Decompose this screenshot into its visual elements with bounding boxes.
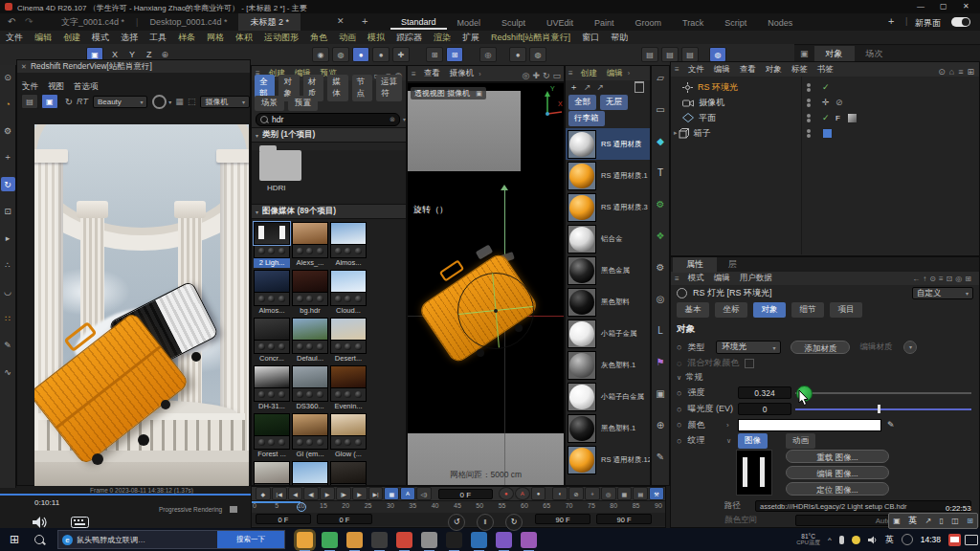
axis-icon[interactable]: ✚ bbox=[392, 47, 410, 62]
locate-image-button[interactable]: 定位 图像... bbox=[786, 482, 889, 496]
timeline-sound-icon[interactable]: ◁) bbox=[416, 487, 432, 500]
ime-mic-icon[interactable]: ▯ bbox=[939, 517, 943, 525]
viewport[interactable]: 透视视图 摄像机 ▣ Y X 旋转（） 网格间距：5000 cm bbox=[407, 82, 565, 486]
layout-pen-icon[interactable]: ▱ bbox=[653, 70, 668, 85]
transport-button-6[interactable]: ▶ bbox=[352, 487, 368, 500]
texture-thumbnail[interactable] bbox=[736, 450, 772, 496]
attr-tab-1[interactable]: 坐标 bbox=[715, 302, 747, 318]
attr-tab-3[interactable]: 细节 bbox=[791, 302, 824, 318]
undo-icon[interactable]: ↶ bbox=[8, 16, 15, 27]
range-field-2[interactable]: 90 F bbox=[535, 514, 590, 524]
rt-label[interactable]: RT bbox=[77, 97, 88, 106]
document-tab-0[interactable]: 文字_0001.c4d * bbox=[50, 13, 136, 31]
taskbar-app-2[interactable] bbox=[346, 532, 363, 548]
render-view-icon[interactable]: ▤ bbox=[641, 47, 658, 62]
media-thumb[interactable]: Concr... bbox=[254, 318, 290, 364]
collapse-icon[interactable]: ▾ bbox=[256, 132, 258, 139]
material-filter-0[interactable]: 全部 bbox=[568, 95, 596, 110]
taskbar-app-9[interactable] bbox=[521, 532, 537, 548]
tray-mic-icon[interactable] bbox=[839, 536, 844, 544]
tab-attributes[interactable]: 属性 bbox=[673, 256, 717, 273]
material-item[interactable]: 黑色塑料 bbox=[566, 286, 650, 318]
panel-menu-icon[interactable]: ≡ bbox=[568, 69, 573, 77]
timeline-extra-5[interactable]: ▤ bbox=[633, 487, 648, 500]
rewind-overlay-button[interactable]: ↺ bbox=[448, 514, 465, 531]
taskbar-app-8[interactable] bbox=[496, 532, 512, 548]
menu-more-icon[interactable]: › bbox=[479, 71, 480, 77]
transport-button-4[interactable]: ▶ bbox=[320, 487, 335, 500]
media-thumb[interactable]: HDR0... bbox=[292, 461, 328, 486]
material-item[interactable]: 小箱子白金属 bbox=[566, 381, 650, 412]
texture-collapse-icon[interactable]: ∨ bbox=[726, 437, 731, 445]
intensity-field[interactable]: 0.324 bbox=[738, 386, 791, 399]
range-field-0[interactable]: 0 F bbox=[256, 514, 311, 524]
transport-button-5[interactable]: |▶ bbox=[336, 487, 351, 500]
brush-icon[interactable]: ✎ bbox=[1, 338, 15, 352]
media-thumb[interactable]: Defaul... bbox=[292, 318, 328, 364]
grid-b-icon[interactable]: ⊞ bbox=[446, 47, 463, 62]
menu-item-2[interactable]: 创建 bbox=[57, 32, 86, 44]
hdri-folder-icon[interactable] bbox=[259, 150, 301, 181]
attr-tab-4[interactable]: 项目 bbox=[830, 302, 862, 318]
texture-image-button[interactable]: 图像 bbox=[738, 433, 768, 449]
material-item[interactable]: RS 通用材质.1 bbox=[566, 160, 650, 191]
panel-menu-icon[interactable]: ≡ bbox=[412, 70, 416, 78]
ime-user-icon[interactable]: ◫ bbox=[951, 517, 959, 525]
color-swatch[interactable] bbox=[738, 419, 881, 431]
axis-x-lock[interactable]: X bbox=[106, 50, 123, 59]
matmenu-item-0[interactable]: 创建 bbox=[576, 68, 602, 79]
workplane-icon[interactable]: ⊕ bbox=[162, 50, 169, 59]
new-ui-toggle[interactable] bbox=[951, 17, 970, 27]
quantize-icon[interactable]: ◍ bbox=[332, 47, 349, 62]
crop-icon[interactable]: ⬚ bbox=[188, 97, 196, 106]
menu-item-7[interactable]: 网格 bbox=[201, 32, 230, 44]
target-tag-icon[interactable]: ✛ bbox=[822, 98, 830, 107]
mix-color-checkbox[interactable] bbox=[745, 359, 754, 368]
rvmenu-item-0[interactable]: 文件 bbox=[17, 81, 43, 93]
timeline-extra-6[interactable]: ⚒ bbox=[649, 487, 664, 500]
tray-time[interactable]: 14:38 bbox=[921, 535, 941, 544]
browser-tab-3[interactable]: 媒体 bbox=[327, 75, 347, 101]
media-thumb[interactable]: HDR0... bbox=[330, 461, 367, 486]
material-filter-2[interactable]: 行李箱 bbox=[568, 111, 605, 126]
tray-lang-indicator[interactable]: 英 bbox=[885, 534, 894, 546]
text-tool-icon[interactable]: T bbox=[653, 165, 668, 180]
taskbar-app-5[interactable] bbox=[421, 532, 437, 548]
key-a-icon[interactable]: ● bbox=[509, 47, 526, 62]
ev-handle[interactable] bbox=[878, 405, 880, 413]
menu-item-0[interactable]: 文件 bbox=[0, 32, 29, 44]
gear-icon[interactable]: ⚙ bbox=[653, 259, 668, 275]
clear-search-icon[interactable]: ⊗ bbox=[390, 116, 395, 123]
transport-button-0[interactable]: ◆ bbox=[256, 487, 271, 500]
media-thumb[interactable]: GI (em... bbox=[292, 413, 328, 459]
popout-icon[interactable]: ⊞ bbox=[965, 275, 974, 283]
texture-tag[interactable] bbox=[847, 113, 858, 123]
tweak-icon[interactable]: ⚙ bbox=[1, 123, 15, 138]
menu-item-1[interactable]: 编辑 bbox=[29, 32, 57, 44]
aov-dropdown-icon[interactable]: ▾ bbox=[168, 99, 171, 105]
open-editor-icon[interactable]: ↗ bbox=[597, 82, 605, 92]
menu-item-12[interactable]: 模拟 bbox=[362, 32, 390, 44]
media-thumb[interactable]: DS360... bbox=[292, 365, 328, 411]
pass-dropdown[interactable]: Beauty▾ bbox=[93, 96, 148, 108]
material-item[interactable]: RS 通用材质.3 bbox=[566, 191, 650, 223]
menu-item-16[interactable]: Redshift[站酷肖意行] bbox=[485, 32, 576, 44]
tray-expand-icon[interactable]: ^ bbox=[828, 536, 832, 544]
render-dot-icon[interactable]: ◎ bbox=[523, 71, 530, 80]
snapshot-icon[interactable]: ▣ bbox=[41, 94, 58, 109]
collapse-icon[interactable]: ▾ bbox=[256, 209, 258, 215]
timeline-extra-2[interactable]: ＋ bbox=[585, 487, 600, 500]
vpmenu-item-1[interactable]: 摄像机 bbox=[445, 68, 479, 79]
material-options-icon[interactable]: ▾ bbox=[903, 341, 917, 354]
lock-icon[interactable]: ⊡ bbox=[947, 275, 956, 283]
tray-notification-icon[interactable] bbox=[948, 534, 961, 546]
points-icon[interactable]: ∷ bbox=[1, 311, 15, 325]
dynamic-guides-icon[interactable]: ● bbox=[372, 47, 390, 62]
ev-slider[interactable] bbox=[795, 408, 971, 410]
back-icon[interactable]: ← bbox=[912, 275, 923, 283]
attr-tab-2[interactable]: 对象 bbox=[753, 302, 786, 318]
maximize-view-icon[interactable]: ▭ bbox=[552, 71, 561, 80]
menu-more-icon[interactable]: › bbox=[628, 70, 630, 77]
refresh-icon[interactable]: ↻ bbox=[65, 97, 73, 107]
timeline-toggle-1[interactable]: A bbox=[400, 487, 415, 500]
